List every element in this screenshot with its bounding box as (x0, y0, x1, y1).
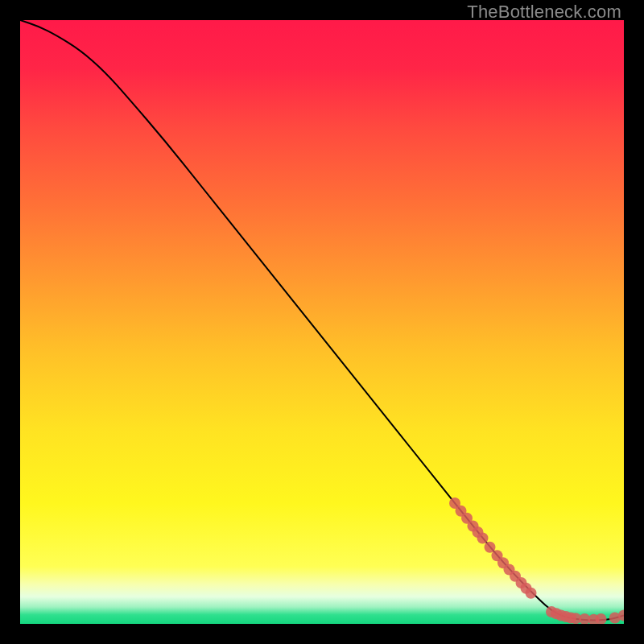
data-point (526, 588, 537, 599)
heat-background (20, 20, 624, 624)
chart-svg (20, 20, 624, 624)
chart-frame (20, 20, 624, 624)
data-point (477, 533, 489, 544)
watermark-text: TheBottleneck.com (467, 2, 621, 23)
